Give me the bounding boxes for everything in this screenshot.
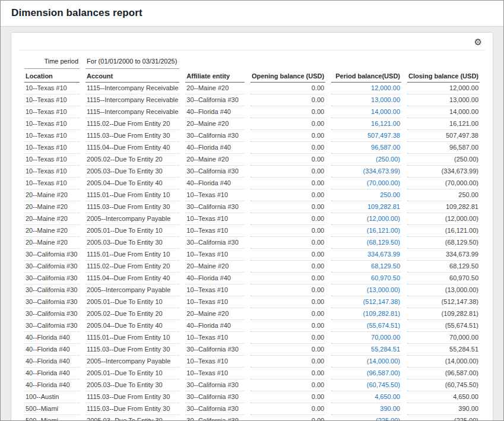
cell-affiliate-entity: 10--Texas #10 xyxy=(185,225,245,237)
cell-account: 2005.03--Due To Entity 30 xyxy=(85,379,179,391)
cell-location: 20--Maine #20 xyxy=(24,201,80,213)
gear-icon[interactable]: ⚙ xyxy=(474,37,482,46)
cell-closing-balance: 68,129.50 xyxy=(407,261,480,273)
cell-location: 40--Florida #40 xyxy=(24,356,80,368)
cell-affiliate-entity: 40--Florida #40 xyxy=(185,178,245,189)
cell-period-balance[interactable]: (55,674.51) xyxy=(331,320,401,332)
content-area: ⚙ Time period For (01/01/2000 to 03/31/2… xyxy=(1,27,503,421)
cell-period-balance[interactable]: 16,121.00 xyxy=(331,118,401,130)
cell-period-balance[interactable]: 60,970.50 xyxy=(331,273,401,284)
cell-period-balance[interactable]: 12,000.00 xyxy=(331,83,401,94)
cell-account: 2005.02--Due To Entity 20 xyxy=(85,308,179,320)
cell-affiliate-entity: 30--California #30 xyxy=(185,344,245,356)
cell-period-balance[interactable]: (70,000.00) xyxy=(331,178,401,189)
cell-affiliate-entity: 30--California #30 xyxy=(185,166,245,178)
cell-affiliate-entity: 30--California #30 xyxy=(185,130,245,142)
cell-period-balance[interactable]: (225.00) xyxy=(331,415,401,421)
cell-location: 30--California #30 xyxy=(24,261,80,273)
table-row: 30--California #301115.01--Due From Enti… xyxy=(24,249,480,261)
cell-location: 30--California #30 xyxy=(24,320,80,332)
cell-closing-balance: 109,282.81 xyxy=(407,201,480,213)
cell-affiliate-entity: 10--Texas #10 xyxy=(185,296,245,308)
cell-period-balance[interactable]: (68,129.50) xyxy=(331,237,401,249)
cell-opening-balance: 0.00 xyxy=(251,320,325,332)
cell-period-balance[interactable]: 14,000.00 xyxy=(331,106,401,118)
cell-opening-balance: 0.00 xyxy=(251,225,325,237)
cell-period-balance[interactable]: 55,284.51 xyxy=(331,344,401,356)
cell-location: 40--Florida #40 xyxy=(24,368,80,379)
cell-account: 2005.02--Due To Entity 20 xyxy=(85,154,179,166)
cell-period-balance[interactable]: (16,121.00) xyxy=(331,225,401,237)
cell-period-balance[interactable]: (12,000.00) xyxy=(331,213,401,225)
cell-location: 10--Texas #10 xyxy=(24,106,80,118)
cell-account: 1115.03--Due From Entity 30 xyxy=(85,391,179,403)
cell-period-balance[interactable]: 70,000.00 xyxy=(331,332,401,344)
cell-closing-balance: (14,000.00) xyxy=(407,356,480,368)
cell-closing-balance: 14,000.00 xyxy=(407,106,480,118)
table-row: 10--Texas #101115--Intercompany Receivab… xyxy=(24,106,480,118)
cell-opening-balance: 0.00 xyxy=(251,415,325,421)
cell-opening-balance: 0.00 xyxy=(251,273,325,284)
table-row: 30--California #301115.04--Due From Enti… xyxy=(24,273,480,284)
cell-period-balance[interactable]: 334,673.99 xyxy=(331,249,401,261)
cell-opening-balance: 0.00 xyxy=(251,83,325,94)
cell-location: 40--Florida #40 xyxy=(24,332,80,344)
report-card: ⚙ Time period For (01/01/2000 to 03/31/2… xyxy=(11,32,493,421)
cell-period-balance[interactable]: 109,282.81 xyxy=(331,201,401,213)
cell-period-balance[interactable]: 250.00 xyxy=(331,189,401,201)
cell-affiliate-entity: 30--California #30 xyxy=(185,94,245,106)
cell-closing-balance: (55,674.51) xyxy=(407,320,480,332)
cell-period-balance[interactable]: 390.00 xyxy=(331,403,401,415)
cell-period-balance[interactable]: 507,497.38 xyxy=(331,130,401,142)
cell-account: 2005.03--Due To Entity 30 xyxy=(85,237,179,249)
cell-closing-balance: (512,147.38) xyxy=(407,296,480,308)
table-row: 30--California #302005.02--Due To Entity… xyxy=(24,308,480,320)
cell-affiliate-entity: 10--Texas #10 xyxy=(185,368,245,379)
cell-affiliate-entity: 40--Florida #40 xyxy=(185,273,245,284)
cell-opening-balance: 0.00 xyxy=(251,154,325,166)
cell-closing-balance: (12,000.00) xyxy=(407,213,480,225)
cell-affiliate-entity: 10--Texas #10 xyxy=(185,332,245,344)
cell-closing-balance: 96,587.00 xyxy=(407,142,480,154)
table-row: 20--Maine #201115.03--Due From Entity 30… xyxy=(24,201,480,213)
cell-period-balance[interactable]: 13,000.00 xyxy=(331,94,401,106)
cell-period-balance[interactable]: (250.00) xyxy=(331,154,401,166)
cell-affiliate-entity: 30--California #30 xyxy=(185,201,245,213)
cell-opening-balance: 0.00 xyxy=(251,308,325,320)
cell-opening-balance: 0.00 xyxy=(251,201,325,213)
cell-affiliate-entity: 20--Maine #20 xyxy=(185,261,245,273)
table-row: 100--Austin1115.03--Due From Entity 3030… xyxy=(24,391,480,403)
cell-location: 30--California #30 xyxy=(24,284,80,296)
cell-closing-balance: (96,587.00) xyxy=(407,368,480,379)
cell-period-balance[interactable]: (14,000.00) xyxy=(331,356,401,368)
cell-period-balance[interactable]: (109,282.81) xyxy=(331,308,401,320)
cell-opening-balance: 0.00 xyxy=(251,296,325,308)
cell-period-balance[interactable]: (512,147.38) xyxy=(331,296,401,308)
cell-period-balance[interactable]: (60,745.50) xyxy=(331,379,401,391)
cell-period-balance[interactable]: (96,587.00) xyxy=(331,368,401,379)
cell-account: 2005.01--Due To Entity 10 xyxy=(85,296,179,308)
time-period-spacer xyxy=(185,54,480,69)
cell-closing-balance: (250.00) xyxy=(407,154,480,166)
cell-location: 30--California #30 xyxy=(24,296,80,308)
cell-closing-balance: (334,673.99) xyxy=(407,166,480,178)
table-row: 30--California #301115.02--Due From Enti… xyxy=(24,261,480,273)
cell-period-balance[interactable]: 96,587.00 xyxy=(331,142,401,154)
cell-period-balance[interactable]: (334,673.99) xyxy=(331,166,401,178)
cell-closing-balance: 250.00 xyxy=(407,189,480,201)
cell-account: 1115.01--Due From Entity 10 xyxy=(85,249,179,261)
cell-affiliate-entity: 10--Texas #10 xyxy=(185,213,245,225)
cell-account: 1115--Intercompany Receivable xyxy=(85,106,179,118)
cell-affiliate-entity: 30--California #30 xyxy=(185,237,245,249)
cell-opening-balance: 0.00 xyxy=(251,189,325,201)
cell-affiliate-entity: 30--California #30 xyxy=(185,379,245,391)
cell-location: 10--Texas #10 xyxy=(24,178,80,189)
cell-period-balance[interactable]: (13,000.00) xyxy=(331,284,401,296)
cell-period-balance[interactable]: 4,650.00 xyxy=(331,391,401,403)
cell-opening-balance: 0.00 xyxy=(251,237,325,249)
table-row: 20--Maine #201115.01--Due From Entity 10… xyxy=(24,189,480,201)
cell-period-balance[interactable]: 68,129.50 xyxy=(331,261,401,273)
cell-closing-balance: 334,673.99 xyxy=(407,249,480,261)
table-row: 10--Texas #101115--Intercompany Receivab… xyxy=(24,94,480,106)
cell-affiliate-entity: 20--Maine #20 xyxy=(185,83,245,94)
